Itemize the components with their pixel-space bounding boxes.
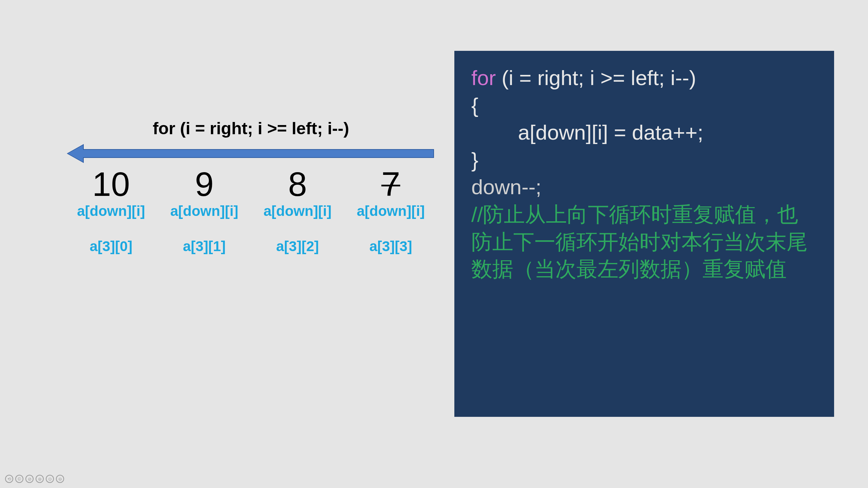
code-comment: //防止从上向下循环时重复赋值，也防止下一循环开始时对本行当次末尾数据（当次最左… <box>471 201 817 283</box>
footer-icon: ⊜ <box>36 475 44 483</box>
for-loop-caption: for (i = right; i >= left; i--) <box>51 119 451 138</box>
direction-arrow <box>68 145 434 162</box>
code-line-5: down--; <box>471 174 817 201</box>
code-line-3: a[down][i] = data++; <box>471 119 817 146</box>
array-expr: a[down][i] <box>158 203 251 220</box>
array-index: a[3][1] <box>158 238 251 255</box>
array-index: a[3][0] <box>64 238 158 255</box>
array-expr: a[down][i] <box>344 203 437 220</box>
array-expr: a[down][i] <box>64 203 158 220</box>
footer-icons: ⟲ © ⊘ ⊜ ⊙ ⊖ <box>5 475 64 483</box>
values-row: 10 a[down][i] a[3][0] 9 a[down][i] a[3][… <box>64 165 437 255</box>
diagram-panel: for (i = right; i >= left; i--) 10 a[dow… <box>51 119 451 255</box>
value-number: 8 <box>251 165 344 203</box>
value-cell: 9 a[down][i] a[3][1] <box>158 165 251 255</box>
footer-icon: ⟲ <box>5 475 13 483</box>
value-cell: 10 a[down][i] a[3][0] <box>64 165 158 255</box>
footer-icon: ⊘ <box>25 475 34 483</box>
array-expr: a[down][i] <box>251 203 344 220</box>
value-cell: 7 a[down][i] a[3][3] <box>344 165 437 255</box>
code-line-2: { <box>471 92 817 119</box>
code-line-1: for (i = right; i >= left; i--) <box>471 64 817 92</box>
footer-icon: ⊖ <box>56 475 64 483</box>
value-number: 10 <box>64 165 158 203</box>
code-panel: for (i = right; i >= left; i--) { a[down… <box>454 51 834 417</box>
value-number: 9 <box>158 165 251 203</box>
value-number-strike: 7 <box>344 165 437 203</box>
footer-icon: © <box>15 475 23 483</box>
keyword-for: for <box>471 66 496 89</box>
footer-icon: ⊙ <box>46 475 54 483</box>
value-cell: 8 a[down][i] a[3][2] <box>251 165 344 255</box>
code-line-4: } <box>471 146 817 174</box>
array-index: a[3][2] <box>251 238 344 255</box>
array-index: a[3][3] <box>344 238 437 255</box>
